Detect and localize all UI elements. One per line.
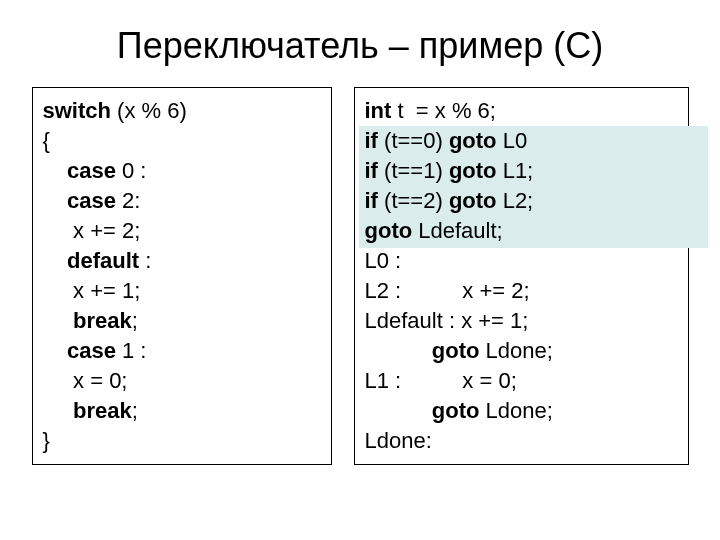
code-line: L0 : <box>365 246 678 276</box>
code-indent <box>43 308 74 333</box>
code-line: x += 1; <box>43 276 321 306</box>
code-line: case 0 : <box>43 156 321 186</box>
code-line: Ldone: <box>365 426 678 456</box>
code-box-translated: int t = x % 6; if (t==0) goto L0 if (t==… <box>354 87 689 465</box>
code-line: Ldefault : x += 1; <box>365 306 678 336</box>
code-line: L1 : x = 0; <box>365 366 678 396</box>
code-text: Ldone; <box>479 398 552 423</box>
keyword-goto: goto <box>432 338 480 363</box>
code-line: case 2: <box>43 186 321 216</box>
code-indent <box>43 398 74 423</box>
code-line: case 1 : <box>43 336 321 366</box>
code-text: Ldone; <box>479 338 552 363</box>
code-text: Ldefault; <box>412 218 503 243</box>
code-text: : <box>139 248 151 273</box>
code-line: if (t==1) goto L1; <box>365 156 678 186</box>
code-text: (t==0) <box>378 128 449 153</box>
keyword-if: if <box>365 158 378 183</box>
code-indent <box>365 338 432 363</box>
code-text: (t==2) <box>378 188 449 213</box>
code-indent <box>43 188 67 213</box>
keyword-case: case <box>67 338 116 363</box>
keyword-break: break <box>73 398 132 423</box>
code-text: t = x % 6; <box>391 98 496 123</box>
code-indent <box>365 398 432 423</box>
code-line: goto Ldefault; <box>365 216 678 246</box>
keyword-goto: goto <box>432 398 480 423</box>
code-line: if (t==2) goto L2; <box>365 186 678 216</box>
keyword-if: if <box>365 128 378 153</box>
keyword-default: default <box>67 248 139 273</box>
code-line: { <box>43 126 321 156</box>
slide: Переключатель – пример (C) switch (x % 6… <box>0 0 720 540</box>
code-line: switch (x % 6) <box>43 96 321 126</box>
keyword-switch: switch <box>43 98 111 123</box>
keyword-case: case <box>67 188 116 213</box>
keyword-case: case <box>67 158 116 183</box>
code-box-source: switch (x % 6) { case 0 : case 2: x += 2… <box>32 87 332 465</box>
code-line: } <box>43 426 321 456</box>
code-text: 0 : <box>116 158 147 183</box>
code-content: int t = x % 6; if (t==0) goto L0 if (t==… <box>365 96 678 456</box>
code-line: int t = x % 6; <box>365 96 678 126</box>
code-line: x += 2; <box>43 216 321 246</box>
code-text: (x % 6) <box>111 98 187 123</box>
code-line: goto Ldone; <box>365 336 678 366</box>
columns: switch (x % 6) { case 0 : case 2: x += 2… <box>30 87 690 465</box>
code-text: L0 <box>497 128 528 153</box>
page-title: Переключатель – пример (C) <box>30 25 690 67</box>
code-text: 2: <box>116 188 140 213</box>
code-indent <box>43 338 67 363</box>
code-text: L1; <box>497 158 534 183</box>
keyword-if: if <box>365 188 378 213</box>
keyword-goto: goto <box>449 188 497 213</box>
keyword-goto: goto <box>449 158 497 183</box>
code-line: break; <box>43 306 321 336</box>
code-indent <box>43 248 67 273</box>
code-line: if (t==0) goto L0 <box>365 126 678 156</box>
code-text: ; <box>132 398 138 423</box>
keyword-goto: goto <box>365 218 413 243</box>
keyword-goto: goto <box>449 128 497 153</box>
code-line: default : <box>43 246 321 276</box>
code-text: (t==1) <box>378 158 449 183</box>
code-line: goto Ldone; <box>365 396 678 426</box>
code-text: 1 : <box>116 338 147 363</box>
code-indent <box>43 158 67 183</box>
code-text: L2; <box>497 188 534 213</box>
code-line: x = 0; <box>43 366 321 396</box>
code-text: ; <box>132 308 138 333</box>
keyword-break: break <box>73 308 132 333</box>
code-line: break; <box>43 396 321 426</box>
code-line: L2 : x += 2; <box>365 276 678 306</box>
keyword-int: int <box>365 98 392 123</box>
